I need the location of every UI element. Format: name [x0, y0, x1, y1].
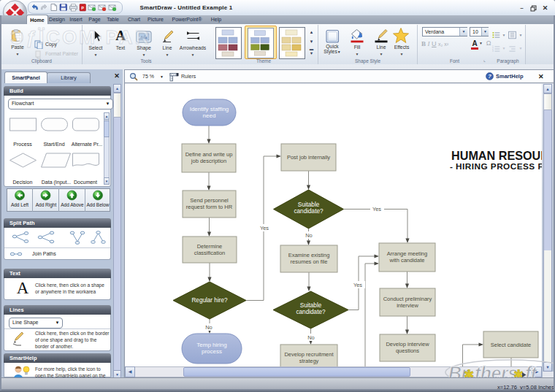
svg-text:Yes: Yes: [372, 206, 381, 212]
svg-text:Start/End: Start/End: [43, 142, 64, 147]
svg-text:Select candidate: Select candidate: [491, 342, 531, 348]
svg-text:Examine existingresumes on fil: Examine existingresumes on file: [288, 252, 330, 265]
svg-text:Alternate Pr...: Alternate Pr...: [72, 142, 102, 147]
svg-text:?: ?: [488, 73, 491, 80]
svg-text:Process: Process: [13, 142, 32, 147]
svg-text:3: 3: [492, 50, 494, 53]
svg-text:Arrange meetingwith candidate: Arrange meetingwith candidate: [387, 250, 427, 264]
svg-text:- HIRING PROCESS F: - HIRING PROCESS F: [450, 161, 542, 172]
svg-text:Send personnelrequest form to: Send personnelrequest form to HR: [186, 197, 233, 210]
svg-text:Post job internally: Post job internally: [287, 154, 330, 161]
svg-text:Suitablecandidate?: Suitablecandidate?: [294, 201, 324, 215]
svg-text:No: No: [307, 334, 315, 341]
svg-text:Decision: Decision: [13, 180, 33, 185]
svg-text:Regular hire?: Regular hire?: [191, 297, 228, 304]
svg-text:No: No: [305, 232, 313, 239]
svg-text:Yes: Yes: [353, 282, 362, 288]
svg-text:No: No: [205, 324, 213, 331]
svg-text:Determineclassification: Determineclassification: [194, 243, 226, 256]
svg-text:HUMAN RESOURC: HUMAN RESOURC: [451, 149, 542, 162]
svg-text:Data (Input...: Data (Input...: [42, 180, 72, 185]
svg-text:Document: Document: [74, 180, 97, 185]
svg-text:Suitablecandidate?: Suitablecandidate?: [296, 302, 326, 315]
svg-text:P: P: [81, 6, 84, 10]
svg-text:Yes: Yes: [260, 225, 269, 231]
svg-text:Define and write upjob descrip: Define and write upjob description: [185, 151, 233, 164]
